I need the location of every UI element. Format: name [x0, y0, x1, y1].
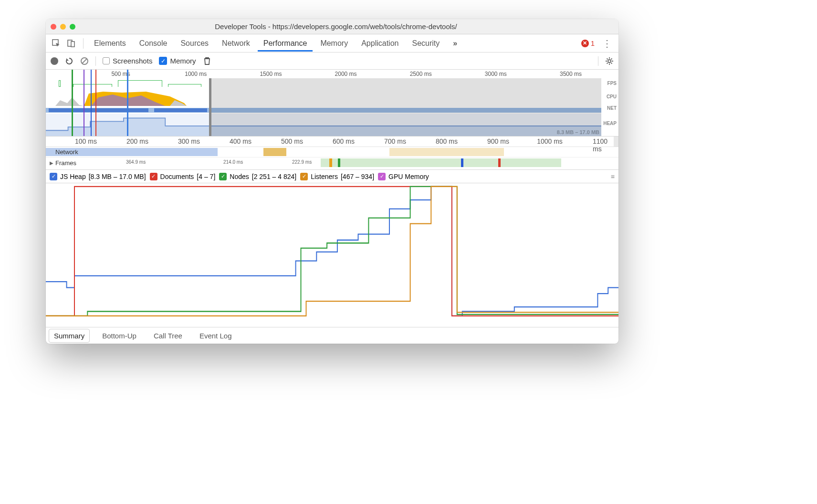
- frames-row[interactable]: ▶ Frames 364.9 ms 214.0 ms 222.9 ms: [46, 158, 618, 168]
- series-js-heap: [46, 187, 618, 316]
- tab-sources[interactable]: Sources: [175, 35, 214, 52]
- ruler-tick: 800 ms: [436, 137, 458, 145]
- legend-nodes-range: [2 251 – 4 824]: [252, 173, 296, 180]
- overview-marker: [84, 70, 84, 136]
- bottom-tabbar: Summary Bottom-Up Call Tree Event Log: [46, 327, 618, 344]
- legend-jsheap-range: [8.3 MB – 17.0 MB]: [89, 173, 146, 180]
- frames-row-label: Frames: [55, 159, 76, 167]
- tab-memory[interactable]: Memory: [314, 35, 354, 52]
- checkbox-on-icon: ✓: [300, 173, 308, 180]
- overview-marker: [91, 70, 92, 136]
- tab-application[interactable]: Application: [356, 35, 404, 52]
- settings-button[interactable]: [605, 57, 614, 65]
- inspect-icon[interactable]: [50, 37, 63, 50]
- ruler-tick: 500 ms: [281, 137, 303, 145]
- ruler-tick: 3000 ms: [485, 71, 507, 77]
- ruler-tick: 600 ms: [333, 137, 355, 145]
- bottom-tab-call-tree[interactable]: Call Tree: [149, 329, 187, 342]
- ruler-tick: 1000 ms: [185, 71, 207, 77]
- maximize-icon[interactable]: [70, 24, 75, 30]
- legend-documents-label: Documents: [160, 173, 194, 180]
- legend-menu-icon[interactable]: ≡: [611, 173, 615, 180]
- overview-track-labels: FPS CPU NET HEAP: [601, 70, 618, 136]
- tab-console[interactable]: Console: [134, 35, 173, 52]
- error-count-value: 1: [591, 39, 595, 47]
- window-controls: [51, 24, 75, 30]
- memory-chart[interactable]: [46, 183, 618, 327]
- series-listeners: [46, 187, 618, 316]
- performance-toolbar: Screenshots ✓ Memory: [46, 52, 618, 70]
- legend-listeners[interactable]: ✓ Listeners [467 – 934]: [300, 173, 374, 180]
- close-icon[interactable]: [51, 24, 56, 30]
- series-nodes: [46, 187, 618, 316]
- device-toggle-icon[interactable]: [65, 37, 78, 50]
- disclosure-triangle-icon[interactable]: ▶: [50, 160, 53, 166]
- frame-time: 364.9 ms: [126, 159, 146, 165]
- screenshots-checkbox[interactable]: Screenshots: [103, 57, 152, 65]
- overview-main[interactable]: 500 ms 1000 ms 1500 ms 2000 ms 2500 ms 3…: [46, 70, 601, 136]
- overview-marker: [95, 70, 96, 136]
- ruler-tick: 900 ms: [487, 137, 509, 145]
- detail-tracks: ▶ Network ▶ Frames 364.9 ms 214.0 ms 222…: [46, 147, 618, 170]
- overview-tracks: 8.3 MB – 17.0 MB: [46, 78, 601, 136]
- minimize-icon[interactable]: [60, 24, 66, 30]
- frame-time: 222.9 ms: [292, 159, 312, 165]
- ruler-tick: 100 ms: [75, 137, 97, 145]
- legend-jsheap-label: JS Heap: [60, 173, 86, 180]
- svg-point-5: [608, 60, 611, 63]
- label-net: NET: [601, 105, 617, 111]
- legend-nodes[interactable]: ✓ Nodes [2 251 – 4 824]: [219, 173, 296, 180]
- record-button[interactable]: [51, 57, 58, 65]
- delete-button[interactable]: [203, 57, 211, 65]
- ruler-tick: 200 ms: [126, 137, 148, 145]
- bottom-tab-event-log[interactable]: Event Log: [195, 329, 237, 342]
- legend-gpu[interactable]: ✓ GPU Memory: [378, 173, 429, 180]
- separator: [598, 56, 598, 66]
- ruler-tick: 2500 ms: [410, 71, 432, 77]
- frame-time: 214.0 ms: [223, 159, 243, 165]
- scrollbar-thumb[interactable]: [614, 136, 618, 147]
- checkbox-on-icon: ✓: [150, 173, 157, 180]
- overview-handle-right[interactable]: [209, 78, 211, 136]
- svg-line-4: [82, 59, 87, 63]
- ruler-tick: 1000 ms: [537, 137, 563, 145]
- more-menu-icon[interactable]: ⋮: [599, 38, 615, 49]
- memory-label: Memory: [170, 57, 196, 65]
- tabs-overflow[interactable]: »: [447, 35, 463, 52]
- series-documents: [46, 187, 618, 316]
- tab-network[interactable]: Network: [216, 35, 256, 52]
- clear-button[interactable]: [80, 57, 89, 65]
- error-count-badge[interactable]: ✕ 1: [581, 39, 595, 47]
- tab-elements[interactable]: Elements: [88, 35, 132, 52]
- overview-marker: [127, 70, 128, 136]
- bottom-tab-bottom-up[interactable]: Bottom-Up: [97, 329, 141, 342]
- bottom-tab-summary[interactable]: Summary: [49, 329, 90, 343]
- overview-panel[interactable]: 500 ms 1000 ms 1500 ms 2000 ms 2500 ms 3…: [46, 70, 618, 136]
- label-fps: FPS: [601, 78, 617, 88]
- separator: [83, 38, 84, 49]
- ruler-tick: 700 ms: [384, 137, 406, 145]
- checkbox-on-icon: ✓: [219, 173, 227, 180]
- tab-security[interactable]: Security: [406, 35, 445, 52]
- ruler-tick: 3500 ms: [560, 71, 582, 77]
- legend-jsheap[interactable]: ✓ JS Heap [8.3 MB – 17.0 MB]: [50, 173, 146, 180]
- heap-range-text: 8.3 MB – 17.0 MB: [557, 129, 599, 135]
- checkbox-off-icon: [103, 57, 110, 64]
- memory-chart-svg: [46, 183, 618, 327]
- legend-documents-range: [4 – 7]: [197, 173, 215, 180]
- error-icon: ✕: [581, 40, 589, 47]
- detail-ruler[interactable]: 100 ms 200 ms 300 ms 400 ms 500 ms 600 m…: [46, 136, 618, 147]
- legend-listeners-range: [467 – 934]: [341, 173, 374, 180]
- network-row[interactable]: ▶ Network: [46, 147, 618, 158]
- memory-checkbox[interactable]: ✓ Memory: [159, 57, 196, 65]
- overview-marker: [72, 70, 73, 136]
- devtools-tabbar: Elements Console Sources Network Perform…: [46, 34, 618, 52]
- reload-button[interactable]: [65, 57, 73, 65]
- ruler-tick: 400 ms: [230, 137, 251, 145]
- titlebar: Developer Tools - https://developers.goo…: [46, 19, 618, 34]
- tab-performance[interactable]: Performance: [258, 35, 313, 52]
- overview-ruler: 500 ms 1000 ms 1500 ms 2000 ms 2500 ms 3…: [46, 70, 601, 78]
- svg-rect-2: [71, 42, 74, 47]
- legend-documents[interactable]: ✓ Documents [4 – 7]: [150, 173, 216, 180]
- label-heap: HEAP: [601, 111, 617, 136]
